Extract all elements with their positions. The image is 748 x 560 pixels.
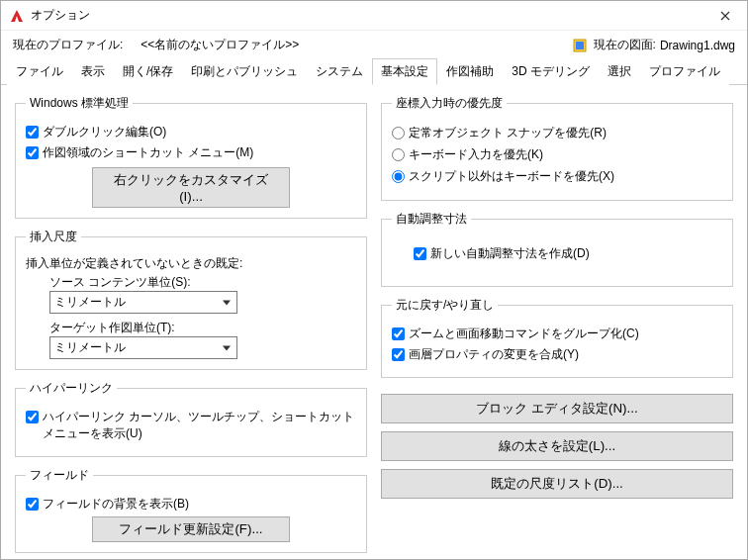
zoom-pan-group-checkbox[interactable]: [392, 327, 405, 340]
block-editor-settings-button[interactable]: ブロック エディタ設定(N)...: [381, 394, 733, 423]
tab-0[interactable]: ファイル: [7, 58, 72, 85]
source-units-select[interactable]: ミリメートル: [49, 291, 237, 314]
legend-insert-scale: 挿入尺度: [26, 229, 81, 245]
tab-4[interactable]: システム: [307, 58, 372, 85]
dblclick-edit-checkbox[interactable]: [26, 126, 39, 139]
field-update-button[interactable]: フィールド更新設定(F)...: [92, 516, 290, 542]
rightclick-customize-button[interactable]: 右クリックをカスタマイズ(I)...: [92, 167, 290, 208]
layer-combine-label: 画層プロパティの変更を合成(Y): [409, 346, 579, 363]
assoc-dim-label: 新しい自動調整寸法を作成(D): [430, 245, 590, 262]
group-hyperlink: ハイパーリンク ハイパーリンク カーソル、ツールチップ、ショートカットメニューを…: [15, 380, 367, 457]
close-button[interactable]: [703, 1, 747, 31]
default-scale-list-button[interactable]: 既定の尺度リスト(D)...: [381, 469, 733, 499]
window-title: オプション: [31, 7, 703, 24]
group-insert-scale: 挿入尺度 挿入単位が定義されていないときの既定: ソース コンテンツ単位(S):…: [15, 229, 367, 370]
group-field: フィールド フィールドの背景を表示(B) フィールド更新設定(F)...: [15, 467, 367, 553]
app-icon: [9, 8, 25, 24]
tab-9[interactable]: プロファイル: [640, 58, 729, 85]
group-undo-redo: 元に戻す/やり直し ズームと画面移動コマンドをグループ化(C) 画層プロパティの…: [381, 297, 733, 378]
current-profile-label: 現在のプロファイル:: [13, 37, 123, 53]
source-units-label: ソース コンテンツ単位(S):: [49, 274, 356, 291]
target-units-select[interactable]: ミリメートル: [49, 336, 237, 359]
coord-r3-label: スクリプト以外はキーボードを優先(X): [409, 168, 614, 185]
zoom-pan-group-label: ズームと画面移動コマンドをグループ化(C): [409, 326, 639, 342]
assoc-dim-checkbox[interactable]: [414, 247, 426, 260]
coord-r2-label: キーボード入力を優先(K): [409, 146, 543, 163]
coord-r1-label: 定常オブジェクト スナップを優先(R): [409, 125, 607, 141]
field-bg-checkbox[interactable]: [26, 498, 39, 511]
target-units-label: ターゲット作図単位(T):: [49, 320, 356, 336]
legend-assoc-dim: 自動調整寸法: [392, 211, 471, 228]
layer-combine-checkbox[interactable]: [392, 348, 405, 361]
hyperlink-show-label: ハイパーリンク カーソル、ツールチップ、ショートカットメニューを表示(U): [43, 409, 356, 442]
tab-5[interactable]: 基本設定: [372, 58, 437, 85]
shortcut-menu-checkbox[interactable]: [26, 146, 39, 159]
tab-6[interactable]: 作図補助: [437, 58, 503, 85]
insert-subtitle: 挿入単位が定義されていないときの既定:: [26, 255, 356, 272]
drawing-icon: [572, 38, 588, 53]
current-drawing-label: 現在の図面:: [594, 37, 656, 53]
field-bg-label: フィールドの背景を表示(B): [43, 496, 189, 513]
legend-hyperlink: ハイパーリンク: [26, 380, 117, 397]
current-profile-value: <<名前のないプロファイル>>: [140, 37, 299, 53]
tab-8[interactable]: 選択: [599, 58, 640, 85]
legend-field: フィールド: [26, 467, 93, 484]
group-coord-priority: 座標入力時の優先度 定常オブジェクト スナップを優先(R) キーボード入力を優先…: [381, 95, 733, 201]
current-drawing-value: Drawing1.dwg: [660, 39, 735, 52]
group-assoc-dim: 自動調整寸法 新しい自動調整寸法を作成(D): [381, 211, 733, 287]
coord-r1-radio[interactable]: [392, 127, 405, 140]
shortcut-menu-label: 作図領域のショートカット メニュー(M): [43, 144, 253, 161]
hyperlink-show-checkbox[interactable]: [26, 411, 39, 423]
titlebar: オプション: [1, 1, 747, 31]
lineweight-settings-button[interactable]: 線の太さを設定(L)...: [381, 431, 733, 461]
legend-windows-standard: Windows 標準処理: [26, 95, 133, 112]
group-windows-standard: Windows 標準処理 ダブルクリック編集(O) 作図領域のショートカット メ…: [15, 95, 367, 219]
tab-strip: ファイル表示開く/保存印刷とパブリッシュシステム基本設定作図補助3D モデリング…: [1, 57, 747, 85]
tab-3[interactable]: 印刷とパブリッシュ: [182, 58, 307, 85]
tab-2[interactable]: 開く/保存: [114, 58, 182, 85]
svg-rect-1: [576, 42, 584, 49]
coord-r2-radio[interactable]: [392, 148, 405, 161]
tab-1[interactable]: 表示: [72, 58, 114, 85]
tab-7[interactable]: 3D モデリング: [503, 58, 599, 85]
close-icon: [720, 11, 730, 21]
coord-r3-radio[interactable]: [392, 170, 405, 183]
profile-row: 現在のプロファイル: <<名前のないプロファイル>> 現在の図面: Drawin…: [1, 31, 747, 57]
legend-undo-redo: 元に戻す/やり直し: [392, 297, 498, 314]
dblclick-edit-label: ダブルクリック編集(O): [43, 124, 166, 140]
legend-coord-priority: 座標入力時の優先度: [392, 95, 507, 112]
